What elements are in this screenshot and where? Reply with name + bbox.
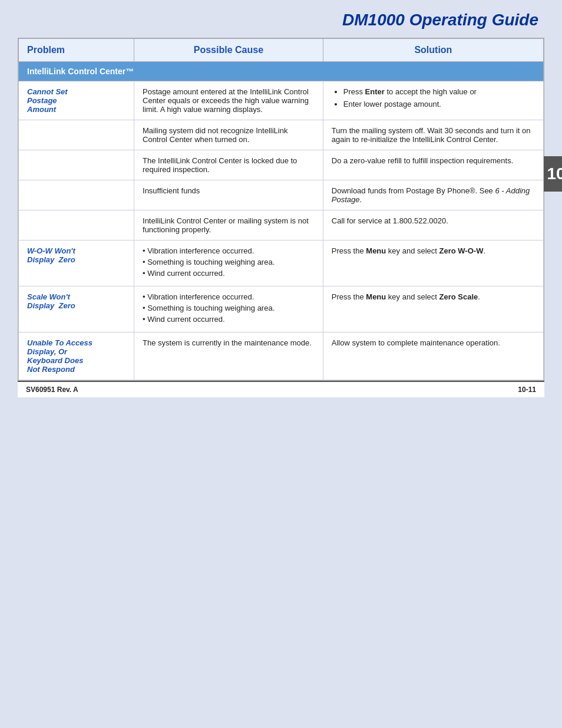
problem-cell-2 bbox=[19, 120, 134, 150]
table-row: Mailing system did not recognize Intelli… bbox=[19, 120, 544, 150]
footer-left: SV60951 Rev. A bbox=[26, 386, 78, 394]
col-problem: Problem bbox=[19, 39, 134, 62]
table-row: Unable To AccessDisplay, OrKeyboard Does… bbox=[19, 332, 544, 380]
solution-cell-8: Allow system to complete maintenance ope… bbox=[323, 332, 543, 380]
table-header-row: Problem Possible Cause Solution bbox=[19, 39, 544, 62]
table-row: Scale Won'tDisplay Zero Vibration interf… bbox=[19, 286, 544, 332]
problem-cell-5 bbox=[19, 210, 134, 241]
page-body: 10 Problem Possible Cause Solution Intel… bbox=[18, 38, 544, 381]
solution-cell-4: Download funds from Postage By Phone®. S… bbox=[323, 180, 543, 210]
problem-cell-3 bbox=[19, 150, 134, 180]
solution-cell-5: Call for service at 1.800.522.0020. bbox=[323, 210, 543, 241]
page-header: DM1000 Operating Guide bbox=[0, 0, 562, 38]
problem-cell-8: Unable To AccessDisplay, OrKeyboard Does… bbox=[19, 332, 134, 380]
cause-cell-3: The IntelliLink Control Center is locked… bbox=[134, 150, 323, 180]
table-row: Insufficient funds Download funds from P… bbox=[19, 180, 544, 210]
solution-cell-7: Press the Menu key and select Zero Scale… bbox=[323, 286, 543, 332]
cause-cell-8: The system is currently in the maintenan… bbox=[134, 332, 323, 380]
cause-cell-7: Vibration interference occurred. Somethi… bbox=[134, 286, 323, 332]
cause-cell-5: IntelliLink Control Center or mailing sy… bbox=[134, 210, 323, 241]
section-header-row: IntelliLink Control Center™ bbox=[19, 62, 544, 81]
page-footer: SV60951 Rev. A 10-11 bbox=[18, 381, 544, 397]
cause-cell-1: Postage amount entered at the IntelliLin… bbox=[134, 81, 323, 120]
footer-right: 10-11 bbox=[518, 386, 536, 394]
section-label: IntelliLink Control Center™ bbox=[19, 62, 544, 81]
cause-cell-2: Mailing system did not recognize Intelli… bbox=[134, 120, 323, 150]
table-row: W-O-W Won'tDisplay Zero Vibration interf… bbox=[19, 241, 544, 286]
col-solution: Solution bbox=[323, 39, 543, 62]
solution-cell-6: Press the Menu key and select Zero W-O-W… bbox=[323, 241, 543, 286]
table-row: IntelliLink Control Center or mailing sy… bbox=[19, 210, 544, 241]
problem-cell-4 bbox=[19, 180, 134, 210]
table-row: The IntelliLink Control Center is locked… bbox=[19, 150, 544, 180]
problem-cell-6: W-O-W Won'tDisplay Zero bbox=[19, 241, 134, 286]
cause-cell-6: Vibration interference occurred. Somethi… bbox=[134, 241, 323, 286]
chapter-tab: 10 bbox=[544, 156, 562, 192]
problem-cell-7: Scale Won'tDisplay Zero bbox=[19, 286, 134, 332]
solution-cell-1: Press Enter to accept the high value or … bbox=[323, 81, 543, 120]
cause-cell-4: Insufficient funds bbox=[134, 180, 323, 210]
page-title: DM1000 Operating Guide bbox=[342, 11, 538, 29]
problem-cell-1: Cannot SetPostageAmount bbox=[19, 81, 134, 120]
solution-cell-2: Turn the mailing system off. Wait 30 sec… bbox=[323, 120, 543, 150]
table-row: Cannot SetPostageAmount Postage amount e… bbox=[19, 81, 544, 120]
col-cause: Possible Cause bbox=[134, 39, 323, 62]
solution-cell-3: Do a zero-value refill to fulfill inspec… bbox=[323, 150, 543, 180]
content-table: Problem Possible Cause Solution IntelliL… bbox=[18, 38, 544, 380]
